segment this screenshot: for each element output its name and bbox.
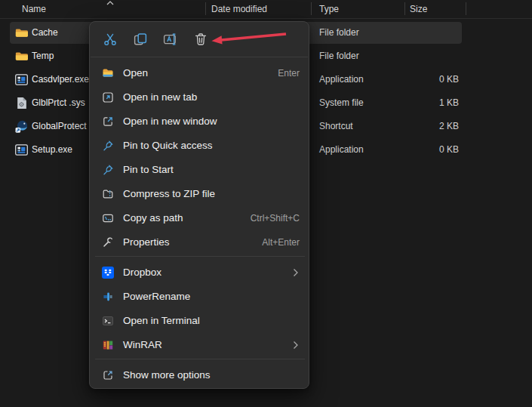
column-divider[interactable]: [466, 2, 466, 15]
menu-item-open-in-new-tab[interactable]: Open in new tab: [94, 85, 306, 109]
zip-folder-icon: [102, 188, 114, 200]
file-explorer-window: Name Date modified Type Size Cache File …: [0, 0, 532, 407]
show-more-icon: [102, 369, 114, 381]
menu-item-pin-to-start[interactable]: Pin to Start: [94, 158, 306, 182]
column-header-row: Name Date modified Type Size: [0, 0, 532, 18]
menu-item-show-more-options[interactable]: Show more options: [94, 363, 306, 387]
menu-item-winrar[interactable]: WinRAR: [94, 333, 306, 357]
menu-item-label: Copy as path: [123, 206, 183, 230]
menu-item-open-in-new-window[interactable]: Open in new window: [94, 109, 306, 134]
menu-item-label: Properties: [123, 230, 170, 254]
column-header-date-modified[interactable]: Date modified: [211, 0, 267, 18]
menu-item-label: Compress to ZIP file: [123, 182, 215, 206]
menu-item-label: Open: [123, 61, 148, 85]
menu-item-shortcut: Enter: [278, 61, 300, 85]
file-size: 2 KB: [400, 115, 459, 138]
menu-item-label: Pin to Start: [123, 158, 174, 182]
sort-ascending-icon: [106, 1, 114, 5]
menu-item-open[interactable]: Open Enter: [94, 61, 306, 85]
application-icon: [15, 73, 28, 86]
file-size: 1 KB: [400, 91, 459, 115]
menu-item-compress-to-zip[interactable]: Compress to ZIP file: [94, 182, 306, 206]
file-name[interactable]: Setup.exe: [32, 138, 72, 162]
menu-separator: [95, 256, 305, 257]
menu-item-copy-as-path[interactable]: Copy as path Ctrl+Shift+C: [94, 206, 306, 230]
file-name[interactable]: GlblPrtct .sys: [32, 91, 85, 115]
file-type: File folder: [319, 45, 359, 68]
menu-item-properties[interactable]: Properties Alt+Enter: [94, 230, 306, 254]
column-divider[interactable]: [205, 2, 206, 15]
file-type: Shortcut: [319, 115, 353, 138]
terminal-icon: [102, 315, 114, 327]
column-header-type[interactable]: Type: [319, 0, 339, 18]
menu-item-shortcut: Alt+Enter: [262, 230, 300, 254]
menu-item-label: Pin to Quick access: [123, 134, 213, 158]
column-header-size[interactable]: Size: [410, 0, 427, 18]
winrar-icon: [102, 339, 114, 351]
quick-actions-bar: [95, 25, 216, 55]
menu-item-label: Dropbox: [123, 261, 161, 285]
submenu-chevron-icon: [293, 268, 299, 277]
column-divider[interactable]: [404, 2, 405, 15]
wrench-icon: [102, 236, 114, 248]
file-type: File folder: [319, 21, 359, 45]
menu-item-open-in-terminal[interactable]: Open in Terminal: [94, 309, 306, 333]
menu-item-label: Open in new tab: [123, 85, 197, 109]
menu-item-dropbox[interactable]: Dropbox: [94, 261, 306, 285]
file-name[interactable]: Temp: [32, 45, 54, 68]
file-type: Application: [319, 68, 364, 91]
menu-item-label: Open in new window: [123, 109, 217, 134]
menu-item-shortcut: Ctrl+Shift+C: [251, 206, 300, 230]
file-size: 0 KB: [400, 68, 459, 91]
application-icon: [15, 143, 28, 156]
open-new-window-icon: [102, 116, 114, 128]
open-folder-icon: [102, 67, 114, 79]
menu-item-label: WinRAR: [123, 333, 162, 357]
pin-icon: [102, 140, 114, 152]
column-header-name[interactable]: Name: [22, 0, 46, 18]
file-name[interactable]: GlobalProtect: [32, 115, 87, 138]
pin-icon: [102, 164, 114, 176]
file-name[interactable]: Casdvlper.exe: [32, 68, 89, 91]
file-size: 0 KB: [400, 138, 459, 162]
copy-icon: [133, 32, 148, 47]
cut-button[interactable]: [95, 25, 125, 54]
delete-icon: [193, 32, 208, 47]
cut-icon: [103, 32, 118, 47]
folder-icon: [15, 26, 28, 39]
file-name[interactable]: Cache: [32, 21, 58, 45]
file-type: Application: [319, 138, 364, 162]
file-type: System file: [319, 91, 364, 115]
menu-item-label: Show more options: [123, 363, 211, 387]
column-divider[interactable]: [311, 2, 312, 15]
rename-icon: [163, 32, 178, 47]
menu-divider: [91, 57, 308, 57]
menu-item-pin-to-quick-access[interactable]: Pin to Quick access: [94, 134, 306, 158]
copy-path-icon: [102, 212, 114, 224]
powerrename-icon: [102, 291, 114, 303]
menu-item-label: Open in Terminal: [123, 309, 200, 333]
folder-icon: [15, 50, 28, 63]
open-new-tab-icon: [102, 91, 114, 103]
dropbox-icon: [102, 267, 114, 279]
menu-item-label: PowerRename: [123, 285, 190, 309]
delete-button[interactable]: [186, 25, 216, 54]
context-menu: Open Enter Open in new tab Open in new w…: [89, 21, 309, 389]
system-file-icon: [15, 97, 28, 109]
rename-button[interactable]: [155, 25, 186, 54]
submenu-chevron-icon: [293, 341, 299, 350]
shortcut-icon: [15, 120, 28, 133]
menu-item-powerrename[interactable]: PowerRename: [94, 285, 306, 309]
menu-separator: [95, 359, 305, 359]
copy-button[interactable]: [125, 25, 155, 54]
header-divider-line: [0, 18, 532, 19]
